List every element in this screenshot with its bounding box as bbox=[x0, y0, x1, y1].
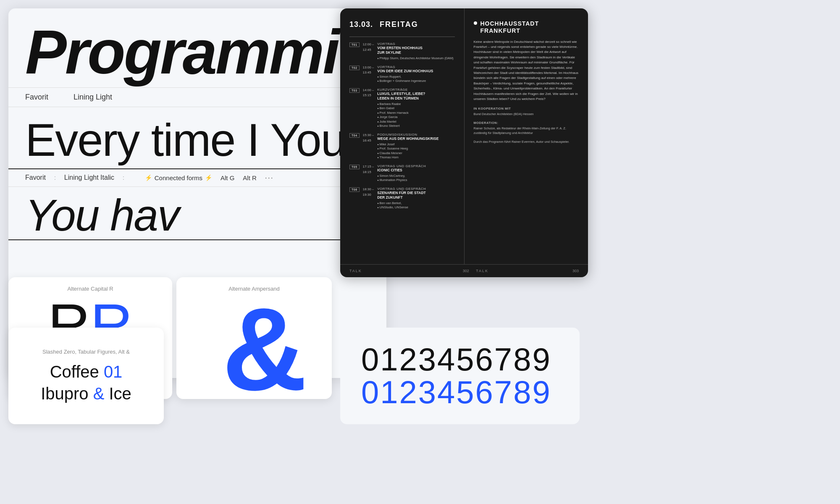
speaker-t03-6: Bruno Steinert bbox=[377, 124, 454, 129]
book-right-title: HOCHHAUSSTADT FRANKFURT bbox=[474, 20, 579, 34]
talk-item-t03: T03 14:00 –15:15 Kurzvorträge LUXUS, LIF… bbox=[349, 88, 455, 129]
alt-r-card-label: Alternate Capital R bbox=[67, 286, 113, 292]
book-date-header: 13.03. FREITAG bbox=[349, 20, 455, 29]
ibupro-ice: Ice bbox=[104, 384, 131, 403]
program-text: Durch das Programm führt Rainer Everrrie… bbox=[474, 139, 579, 144]
coffee-number: 01 bbox=[104, 362, 123, 381]
speaker-t03-2: Ben Gabel bbox=[377, 106, 454, 111]
speaker-t06-1: Ben van Berkel, bbox=[377, 201, 454, 206]
slashed-zero-card: Slashed Zero, Tabular Figures, Alt & Cof… bbox=[8, 328, 164, 424]
talk-time-t06: 18:30 –19:30 bbox=[363, 187, 374, 210]
book-page-num-left: 302 bbox=[463, 269, 469, 273]
speaker-1: Philipp Sturm, Deutsches Architektur Mus… bbox=[377, 56, 454, 61]
ibupro-text: Ibupro bbox=[41, 384, 93, 403]
speaker-t05-2: Illumination Physics bbox=[377, 178, 454, 183]
talk-content-t01: Vortrag VOM ERSTEN HOCHHAUSZUR SKYLINE P… bbox=[377, 42, 454, 61]
book-footer-label-right: TALK bbox=[476, 269, 488, 273]
talk-speakers-t04: Mike Josef Prof. Susanne Heeg Claudia Me… bbox=[377, 142, 454, 160]
talk-tag-t06: T06 bbox=[349, 187, 360, 192]
speaker-t03-5: Julia Mantel bbox=[377, 120, 454, 124]
lightning-icon-right: ⚡ bbox=[205, 174, 212, 181]
font-style-label-2: Lining Light Italic bbox=[64, 174, 114, 181]
kooperation-text: Bund Deutscher Architekten (BDA) Hessen bbox=[474, 112, 579, 116]
alt-amp-card: Alternate Ampersand & bbox=[176, 277, 332, 399]
talk-content-t04: Podiumsdiskussion WEGE AUS DER WOHNUNGSK… bbox=[377, 133, 454, 160]
talk-tag-t05: T05 bbox=[349, 165, 360, 169]
book-right-heading: HOCHHAUSSTADT FRANKFURT bbox=[480, 20, 539, 34]
speaker-t03-4: Jorge Garcia bbox=[377, 115, 454, 120]
book-moderation-section: MODERATION: Rainer Schulze, als Redakteu… bbox=[474, 121, 579, 136]
speaker-t02-2: Bollinger + Grohmann Ingenieure bbox=[377, 79, 454, 84]
book-divider bbox=[349, 37, 455, 37]
talk-tag-t03: T03 bbox=[349, 88, 360, 93]
talk-speakers-t02: Simon Ruppert, Bollinger + Grohmann Inge… bbox=[377, 75, 454, 84]
text-sample-content: Every time I You bbox=[25, 114, 346, 165]
big-title: Programmi bbox=[8, 8, 386, 87]
speaker-t02-1: Simon Ruppert, bbox=[377, 75, 454, 79]
book-kooperation-section: IN KOOPERATION MIT Bund Deutscher Archit… bbox=[474, 107, 579, 116]
talk-title-t05: ICONIC CITIES bbox=[377, 168, 454, 173]
book-dot-icon bbox=[474, 21, 477, 25]
book-card: 13.03. FREITAG T01 12:00 –12:45 Vortrag … bbox=[340, 8, 588, 277]
heading-line2: FRANKFURT bbox=[480, 27, 520, 34]
talk-content-t02: Vortrag VON DER IDEE ZUM HOCHHAUS Simon … bbox=[377, 65, 454, 84]
ibupro-line: Ibupro & Ice bbox=[41, 383, 131, 404]
font-selector-bar-2: Favorit : Lining Light Italic : ⚡ Connec… bbox=[8, 169, 386, 187]
coffee-line: Coffee 01 bbox=[50, 362, 123, 382]
talk-tag-t01: T01 bbox=[349, 42, 360, 47]
alt-g-label: Alt G bbox=[220, 174, 234, 181]
speaker-t05-1: Simon McCartney, bbox=[377, 174, 454, 178]
talk-title-t04: WEGE AUS DER WOHNUNGSKRISE bbox=[377, 136, 454, 141]
numbers-card: 0123456789 0123456789 bbox=[340, 328, 580, 424]
alt-amp-char: & bbox=[222, 296, 307, 399]
moderation-text: Rainer Schulze, als Redakteur der Rhein-… bbox=[474, 126, 579, 136]
talk-type-t03: Kurzvorträge bbox=[377, 88, 454, 92]
moderation-label: MODERATION: bbox=[474, 121, 579, 125]
connected-forms-label: Connected forms bbox=[155, 174, 202, 181]
heading-line1: HOCHHAUSSTADT bbox=[480, 20, 539, 27]
talk-title-t02: VON DER IDEE ZUM HOCHHAUS bbox=[377, 69, 454, 74]
lightning-icon-left: ⚡ bbox=[145, 174, 152, 181]
talk-item-t01: T01 12:00 –12:45 Vortrag VOM ERSTEN HOCH… bbox=[349, 42, 455, 61]
talk-content-t05: Vortrag und Gespräch ICONIC CITIES Simon… bbox=[377, 164, 454, 183]
talk-content-t03: Kurzvorträge LUXUS, LIFESTYLE, LIEBE?LEB… bbox=[377, 88, 454, 129]
talk-type-t02: Vortrag bbox=[377, 65, 454, 69]
talk-time-t05: 17:15 –18:15 bbox=[363, 164, 374, 183]
font-style-label: Lining Light bbox=[74, 93, 112, 102]
coffee-text: Coffee bbox=[50, 362, 104, 381]
kooperation-label: IN KOOPERATION MIT bbox=[474, 107, 579, 110]
talk-time-t03: 14:00 –15:15 bbox=[363, 88, 374, 129]
more-options-button[interactable]: ··· bbox=[265, 173, 274, 182]
book-date: 13.03. bbox=[349, 20, 373, 29]
divider-1: : bbox=[54, 174, 56, 181]
talk-speakers-t01: Philipp Sturm, Deutsches Architektur Mus… bbox=[377, 56, 454, 61]
talk-title-t03: LUXUS, LIFESTYLE, LIEBE?LEBEN IN DEN TÜR… bbox=[377, 92, 454, 101]
italic-sample-content: You hav bbox=[25, 191, 179, 240]
talk-type-t04: Podiumsdiskussion bbox=[377, 133, 454, 136]
italic-text-sample: You hav bbox=[8, 187, 386, 240]
speaker-t04-1: Mike Josef bbox=[377, 142, 454, 147]
talk-content-t06: Vortrag und Gespräch SZENARIEN FÜR DIE S… bbox=[377, 187, 454, 210]
divider-2: : bbox=[123, 174, 124, 181]
talk-item-t02: T02 13:00 –13:45 Vortrag VON DER IDEE ZU… bbox=[349, 65, 455, 84]
numbers-black: 0123456789 bbox=[361, 344, 551, 375]
font-family-label: Favorit bbox=[25, 93, 48, 102]
talk-type-t06: Vortrag und Gespräch bbox=[377, 187, 454, 191]
talk-title-t01: VOM ERSTEN HOCHHAUSZUR SKYLINE bbox=[377, 46, 454, 55]
alt-r-label: Alt R bbox=[243, 174, 257, 181]
book-program-section: Durch das Programm führt Rainer Everrrie… bbox=[474, 139, 579, 144]
talk-title-t06: SZENARIEN FÜR DIE STADTDER ZUKUNFT bbox=[377, 191, 454, 200]
speaker-t04-3: Claudia Meixner bbox=[377, 151, 454, 156]
talk-item-t05: T05 17:15 –18:15 Vortrag und Gespräch IC… bbox=[349, 164, 455, 183]
numbers-blue: 0123456789 bbox=[361, 376, 551, 408]
talk-time-t01: 12:00 –12:45 bbox=[363, 42, 374, 61]
font-selector-bar-1: Favorit Lining Light bbox=[8, 87, 386, 107]
speaker-t06-2: UNStudio, UNSense bbox=[377, 205, 454, 210]
talk-type-t01: Vortrag bbox=[377, 42, 454, 46]
speaker-t04-2: Prof. Susanne Heeg bbox=[377, 147, 454, 151]
talk-item-t04: T04 15:30 –16:45 Podiumsdiskussion WEGE … bbox=[349, 133, 455, 160]
talk-tag-t02: T02 bbox=[349, 66, 360, 70]
talk-time-t04: 15:30 –16:45 bbox=[363, 133, 374, 160]
book-inner: 13.03. FREITAG T01 12:00 –12:45 Vortrag … bbox=[340, 8, 588, 264]
speaker-t03-3: Prof. Maren Harnack bbox=[377, 111, 454, 116]
